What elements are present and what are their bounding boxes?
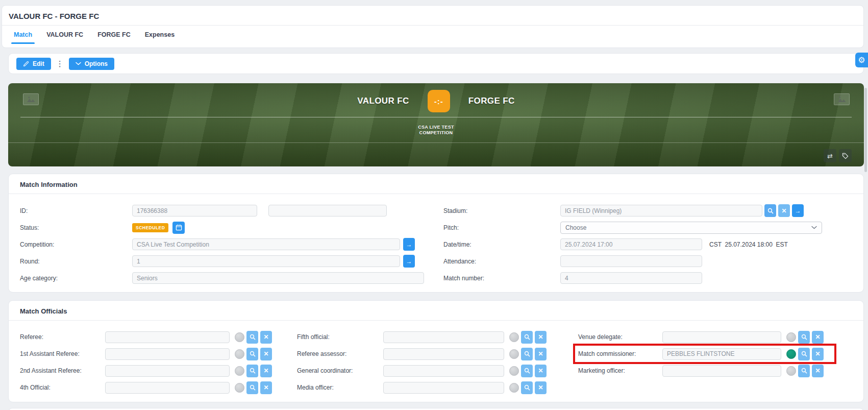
goto-round-button[interactable]: → xyxy=(403,255,415,268)
search-button[interactable] xyxy=(798,365,810,377)
attendance-input[interactable] xyxy=(560,255,702,267)
search-button[interactable] xyxy=(798,331,810,344)
calendar-icon xyxy=(176,224,182,231)
tab-match[interactable]: Match xyxy=(14,31,32,44)
second-assistant-referee-input[interactable] xyxy=(105,365,230,377)
search-button[interactable] xyxy=(521,331,533,344)
clear-button[interactable]: ✕ xyxy=(260,348,272,360)
clear-button[interactable]: ✕ xyxy=(812,331,824,344)
match-info-left-column: ID: Status: SCHEDULED Competition: → xyxy=(20,205,424,289)
official-row-referee: Referee: ✕ xyxy=(20,330,272,344)
match-number-input[interactable] xyxy=(560,272,702,284)
x-icon: ✕ xyxy=(781,207,786,214)
stadium-search-button[interactable] xyxy=(764,204,776,217)
official-row-referee-assessor: Referee assessor: ✕ xyxy=(297,347,547,360)
status-badge: SCHEDULED xyxy=(132,223,168,232)
official-row-1st-assistant: 1st Assistant Referee: ✕ xyxy=(20,347,272,360)
tab-forge-fc[interactable]: FORGE FC xyxy=(97,31,131,44)
search-button[interactable] xyxy=(246,365,258,377)
clear-button[interactable]: ✕ xyxy=(812,348,824,360)
venue-delegate-input[interactable] xyxy=(662,331,781,343)
search-button[interactable] xyxy=(521,348,533,360)
options-button[interactable]: Options xyxy=(69,58,114,70)
field-row-pitch: Pitch: Choose xyxy=(443,222,822,233)
official-row-2nd-assistant: 2nd Assistant Referee: ✕ xyxy=(20,364,272,377)
official-label: Referee: xyxy=(20,333,105,341)
score-badge[interactable]: -:- xyxy=(428,90,450,112)
competition-name-line2: COMPETITION xyxy=(8,130,864,136)
x-icon: ✕ xyxy=(815,333,820,341)
goto-stadium-button[interactable]: → xyxy=(792,204,804,217)
clear-button[interactable]: ✕ xyxy=(535,348,547,360)
official-label: Marketing officer: xyxy=(578,367,662,374)
search-button[interactable] xyxy=(246,381,258,394)
official-row-match-commissioner: Match commissioner: ✕ xyxy=(578,347,824,360)
search-button[interactable] xyxy=(521,381,533,394)
competition-name-line1: CSA LIVE TEST xyxy=(8,125,864,130)
match-number-label: Match number: xyxy=(443,275,560,282)
fourth-official-input[interactable] xyxy=(105,382,230,394)
officials-column-2: Fifth official: ✕ Referee assessor: ✕ Ge… xyxy=(297,330,547,398)
x-icon: ✕ xyxy=(538,350,543,357)
official-status-circle xyxy=(509,349,519,359)
search-button[interactable] xyxy=(521,365,533,377)
x-icon: ✕ xyxy=(538,333,543,341)
match-commissioner-input[interactable] xyxy=(662,348,781,360)
tab-valour-fc[interactable]: VALOUR FC xyxy=(46,31,83,44)
field-row-attendance: Attendance: xyxy=(443,255,822,267)
id-secondary-input[interactable] xyxy=(268,205,387,216)
swap-teams-button[interactable]: ⇄ xyxy=(824,149,836,162)
fifth-official-input[interactable] xyxy=(383,331,504,343)
field-row-stadium: Stadium: ✕ → xyxy=(443,205,822,216)
settings-flyout-button[interactable]: ⚙ xyxy=(855,53,868,67)
tab-expenses[interactable]: Expenses xyxy=(145,31,175,44)
clear-button[interactable]: ✕ xyxy=(535,365,547,377)
search-icon xyxy=(250,334,256,340)
datetime-input[interactable] xyxy=(560,238,702,250)
search-button[interactable] xyxy=(246,348,258,360)
pitch-select[interactable]: Choose xyxy=(560,222,822,234)
clear-button[interactable]: ✕ xyxy=(812,365,824,377)
more-actions-dots-icon[interactable]: ⋮ xyxy=(56,60,64,67)
search-button[interactable] xyxy=(246,331,258,344)
referee-assessor-input[interactable] xyxy=(383,348,504,360)
x-icon: ✕ xyxy=(538,367,543,374)
arrow-right-icon: → xyxy=(406,241,412,248)
field-row-round: Round: → xyxy=(20,255,424,267)
clear-button[interactable]: ✕ xyxy=(535,331,547,344)
gear-icon: ⚙ xyxy=(858,55,865,65)
official-status-circle xyxy=(509,383,519,393)
edit-button[interactable]: Edit xyxy=(16,58,51,70)
media-officer-input[interactable] xyxy=(383,382,504,394)
search-icon xyxy=(524,368,530,374)
official-label: General coordinator: xyxy=(297,367,383,374)
stadium-clear-button[interactable]: ✕ xyxy=(778,204,790,217)
clear-button[interactable]: ✕ xyxy=(260,365,272,377)
general-coordinator-input[interactable] xyxy=(383,365,504,377)
first-assistant-referee-input[interactable] xyxy=(105,348,230,360)
id-input[interactable] xyxy=(132,205,257,216)
official-row-general-coordinator: General coordinator: ✕ xyxy=(297,364,547,377)
stadium-input[interactable] xyxy=(560,205,762,216)
search-icon xyxy=(250,368,256,374)
banner-actions: ⇄ xyxy=(824,149,852,162)
pitch-line xyxy=(20,117,852,117)
official-label: Media officer: xyxy=(297,384,383,391)
clear-button[interactable]: ✕ xyxy=(260,381,272,394)
divider xyxy=(9,320,863,321)
clear-button[interactable]: ✕ xyxy=(535,381,547,394)
options-button-label: Options xyxy=(85,60,108,67)
search-button[interactable] xyxy=(798,348,810,360)
schedule-calendar-button[interactable] xyxy=(172,222,185,234)
referee-input[interactable] xyxy=(105,331,230,343)
competition-input[interactable] xyxy=(132,238,400,250)
marketing-officer-input[interactable] xyxy=(662,365,781,377)
scrollbar[interactable] xyxy=(864,88,867,172)
edit-button-label: Edit xyxy=(33,60,44,67)
tag-button[interactable] xyxy=(839,149,852,162)
goto-competition-button[interactable]: → xyxy=(403,238,415,251)
age-category-input[interactable] xyxy=(132,272,424,284)
round-input[interactable] xyxy=(132,255,400,267)
clear-button[interactable]: ✕ xyxy=(260,331,272,344)
search-icon xyxy=(250,384,256,391)
